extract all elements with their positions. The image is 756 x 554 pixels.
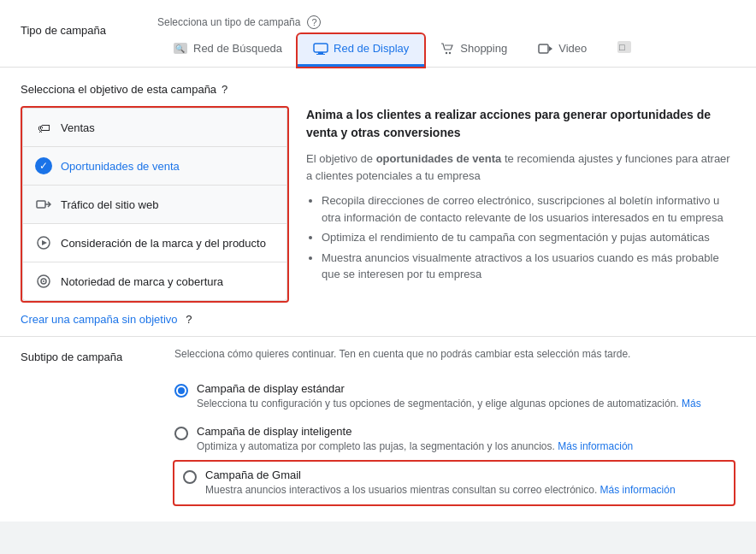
ventas-label: Ventas (61, 121, 95, 134)
gmail-title: Campaña de Gmail (205, 469, 676, 481)
subtype-section: Subtipo de campaña Selecciona cómo quier… (0, 336, 756, 522)
radio-smart[interactable] (174, 427, 188, 440)
objective-item-consideracion[interactable]: Consideración de la marca y del producto (23, 224, 286, 262)
create-link-help-icon[interactable]: ? (186, 313, 192, 326)
subtype-gmail-text: Campaña de Gmail Muestra anuncios intera… (205, 469, 676, 498)
subtype-content: Selecciona cómo quieres continuar. Ten e… (174, 347, 735, 506)
tabs-list: 🔍 Red de Búsqueda Red de Display (157, 34, 735, 67)
desc-title: Anima a los clientes a realizar acciones… (306, 106, 735, 142)
tab-search-label: Red de Búsqueda (193, 42, 282, 55)
svg-rect-3 (318, 52, 323, 54)
objective-help-icon[interactable]: ? (221, 83, 227, 96)
notoriedad-icon (35, 273, 52, 290)
desc-intro: El objetivo de oportunidades de venta te… (306, 150, 735, 184)
tab-search[interactable]: 🔍 Red de Búsqueda (157, 34, 298, 67)
objective-list: 🏷 Ventas Oportunidades de venta (22, 108, 287, 301)
oportunidades-label: Oportunidades de venta (61, 160, 180, 173)
select-campaign-label: Selecciona un tipo de campaña (157, 16, 300, 28)
standard-more-link[interactable]: Más (682, 398, 701, 410)
smart-title: Campaña de display inteligente (197, 425, 633, 438)
create-link-row: Crear una campaña sin objetivo ? (0, 303, 756, 336)
description-panel: Anima a los clientes a realizar acciones… (289, 106, 735, 303)
gmail-desc: Muestra anuncios interactivos a los usua… (205, 483, 676, 498)
smart-desc: Optimiza y automatiza por completo las p… (197, 439, 633, 454)
consideracion-label: Consideración de la marca y del producto (61, 237, 266, 250)
objective-item-oportunidades[interactable]: Oportunidades de venta (23, 147, 286, 186)
objective-item-trafico[interactable]: Tráfico del sitio web (23, 186, 286, 224)
oportunidades-check-icon (35, 157, 52, 174)
trafico-label: Tráfico del sitio web (61, 198, 158, 211)
svg-point-6 (449, 51, 451, 53)
tab-video[interactable]: Video (523, 34, 602, 67)
subtype-option-standard[interactable]: Campaña de display estándar Selecciona t… (174, 375, 735, 418)
objective-item-ventas[interactable]: 🏷 Ventas (23, 109, 286, 147)
campaign-type-help-icon[interactable]: ? (307, 15, 321, 29)
tab-video-label: Video (558, 42, 587, 55)
svg-point-5 (446, 51, 447, 53)
objective-list-wrapper: 🏷 Ventas Oportunidades de venta (21, 106, 289, 303)
subtype-options: Campaña de display estándar Selecciona t… (174, 375, 735, 506)
video-icon (538, 43, 553, 55)
objective-item-notoriedad[interactable]: Notoriedad de marca y cobertura (23, 262, 286, 300)
tab-more[interactable]: □ (602, 34, 647, 67)
tab-display-label: Red de Display (334, 42, 409, 55)
subtype-label: Subtipo de campaña (21, 347, 157, 363)
svg-rect-4 (316, 54, 325, 55)
subtype-option-gmail[interactable]: Campaña de Gmail Muestra anuncios intera… (173, 460, 735, 506)
smart-more-link[interactable]: Más información (558, 440, 633, 452)
tab-more-label: □ (617, 41, 631, 56)
standard-title: Campaña de display estándar (197, 382, 701, 395)
subtype-description: Selecciona cómo quieres continuar. Ten e… (174, 347, 653, 362)
svg-marker-13 (42, 240, 47, 245)
tab-display[interactable]: Red de Display (298, 34, 424, 67)
desc-bullets: Recopila direcciones de correo electróni… (306, 192, 735, 283)
objective-section: Selecciona el objetivo de esta campaña ?… (0, 68, 756, 303)
objective-section-header: Selecciona el objetivo de esta campaña ? (21, 83, 735, 96)
desc-bullet-3: Muestra anuncios visualmente atractivos … (322, 250, 735, 283)
subtype-smart-text: Campaña de display inteligente Optimiza … (197, 425, 633, 454)
subtype-option-smart[interactable]: Campaña de display inteligente Optimiza … (174, 418, 735, 461)
tabs-col: Selecciona un tipo de campaña ? 🔍 Red de… (157, 15, 735, 67)
desc-bullet-1: Recopila direcciones de correo electróni… (322, 192, 735, 226)
page-container: Tipo de campaña Selecciona un tipo de ca… (0, 0, 756, 522)
search-icon: 🔍 (173, 43, 188, 55)
svg-marker-8 (549, 46, 552, 51)
svg-rect-2 (314, 44, 328, 52)
campaign-type-row: Tipo de campaña Selecciona un tipo de ca… (0, 0, 756, 68)
radio-standard[interactable] (174, 384, 188, 398)
subtype-row: Subtipo de campaña Selecciona cómo quier… (21, 347, 735, 506)
tab-shopping-label: Shopping (460, 42, 507, 55)
display-icon (313, 43, 328, 55)
svg-rect-7 (539, 44, 548, 53)
desc-bullet-2: Optimiza el rendimiento de tu campaña co… (322, 229, 735, 246)
ventas-icon: 🏷 (35, 119, 52, 136)
trafico-icon (35, 196, 52, 213)
tab-shopping[interactable]: Shopping (424, 34, 523, 67)
campaign-type-label: Tipo de campaña (21, 15, 157, 37)
svg-rect-11 (37, 201, 45, 208)
objective-section-label: Selecciona el objetivo de esta campaña (21, 83, 216, 96)
gmail-more-link[interactable]: Más información (600, 484, 676, 496)
notoriedad-label: Notoriedad de marca y cobertura (61, 275, 223, 288)
svg-point-16 (43, 280, 44, 282)
standard-desc: Selecciona tu configuración y tus opcion… (197, 397, 701, 411)
svg-text:🔍: 🔍 (175, 44, 186, 54)
objective-layout: 🏷 Ventas Oportunidades de venta (21, 106, 735, 303)
create-without-objective-link[interactable]: Crear una campaña sin objetivo (21, 313, 178, 326)
svg-text:□: □ (619, 42, 625, 52)
consideracion-icon (35, 234, 52, 251)
tabs-header: Selecciona un tipo de campaña ? (157, 15, 735, 34)
subtype-standard-text: Campaña de display estándar Selecciona t… (197, 382, 701, 411)
radio-gmail[interactable] (183, 470, 197, 484)
shopping-icon (440, 43, 455, 55)
